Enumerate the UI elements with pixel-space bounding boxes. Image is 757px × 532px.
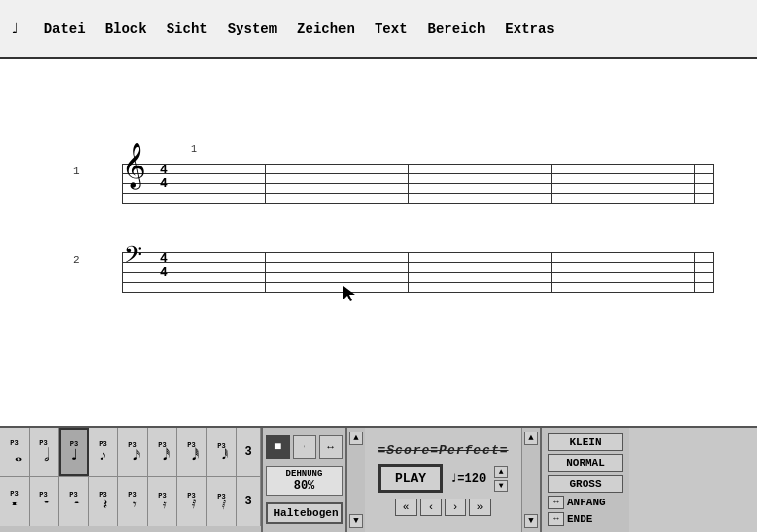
sixtyfourth-note-btn[interactable]: P3 𝅘𝅥𝅱 xyxy=(177,428,207,476)
nav-prev-btn[interactable]: ‹ xyxy=(420,499,442,516)
klein-button[interactable]: KLEIN xyxy=(548,433,623,451)
treble-staff: 1 1 𝄞 4 4 xyxy=(73,154,714,213)
onetwentyeighth-rest-btn[interactable]: P3 𝅁 xyxy=(207,477,237,526)
bass-clef: 𝄢 xyxy=(124,246,142,274)
rest-palette-bottom: P3 𝄺 P3 𝄻 P3 𝄼 P3 𝄽 P3 𝄾 xyxy=(0,477,261,526)
app-logo: ♩ xyxy=(10,19,20,38)
eighth-rest-btn[interactable]: P3 𝄽 xyxy=(89,477,118,526)
menubar: ♩ Datei Block Sicht System Zeichen Text … xyxy=(0,0,757,59)
menu-datei[interactable]: Datei xyxy=(44,21,86,36)
ende-row: ↔ ENDE xyxy=(548,512,623,526)
time-signature-bass: 4 4 xyxy=(160,252,168,281)
ende-left-btn[interactable]: ↔ xyxy=(548,512,564,526)
tempo-arrows: ▲ ▼ xyxy=(494,466,508,492)
scroll-right-down-btn[interactable]: ▼ xyxy=(524,514,538,528)
scroll-col: ▲ ▼ xyxy=(347,428,365,532)
playback-section: =Score=Perfect= PLAY ♩=120 ▲ ▼ « ‹ › » xyxy=(365,428,522,532)
double-arrow-btn[interactable]: ↔ xyxy=(319,435,343,459)
triplet-bottom-btn[interactable]: 3 xyxy=(237,477,261,526)
staff-system: 1 1 𝄞 4 4 xyxy=(43,154,714,331)
row-number-2: 2 xyxy=(73,254,80,266)
note-palette-top: P3 𝅝 P3 𝅗𝅥 P3 ♩ P3 ♪ P3 𝅘𝅥𝅯 xyxy=(0,428,261,477)
bass-staff: 2 𝄢 4 4 xyxy=(73,242,714,301)
menu-zeichen[interactable]: Zeichen xyxy=(297,21,355,36)
trill-btn[interactable]: 𝇄 xyxy=(293,435,316,459)
symbol-controls: ■ 𝇄 ↔ DEHNUNG 80% Haltebogen xyxy=(263,428,347,532)
menu-sicht[interactable]: Sicht xyxy=(167,21,208,36)
row-number-1: 1 xyxy=(73,166,80,177)
haltebogen-button[interactable]: Haltebogen xyxy=(266,502,343,524)
menu-bereich[interactable]: Bereich xyxy=(428,21,486,36)
anfang-row: ↔ ANFANG xyxy=(548,496,623,509)
scroll-right-up-btn[interactable]: ▲ xyxy=(524,432,538,445)
anfang-label: ANFANG xyxy=(567,497,606,508)
tempo-down-btn[interactable]: ▼ xyxy=(494,480,508,492)
menu-text[interactable]: Text xyxy=(375,21,408,36)
quarter-note-btn[interactable]: P3 ♩ xyxy=(59,428,89,476)
sixteenth-rest-btn[interactable]: P3 𝄾 xyxy=(118,477,148,526)
measure-number: 1 xyxy=(191,144,197,155)
tempo-display: ♩=120 xyxy=(450,471,486,486)
treble-staff-lines xyxy=(122,164,714,203)
nav-row: « ‹ › » xyxy=(395,499,491,516)
triplet-top-btn[interactable]: 3 xyxy=(237,428,261,476)
menu-system[interactable]: System xyxy=(228,21,277,36)
gross-button[interactable]: GROSS xyxy=(548,475,623,493)
whole-note-btn[interactable]: P3 𝅝 xyxy=(0,428,30,476)
score-area: 1 1 𝄞 4 4 xyxy=(0,59,757,426)
ende-label: ENDE xyxy=(567,513,592,525)
symbol-row-1: ■ 𝇄 ↔ xyxy=(266,435,343,459)
normal-button[interactable]: NORMAL xyxy=(548,454,623,472)
half-note-btn[interactable]: P3 𝅗𝅥 xyxy=(30,428,59,476)
dehnung-value: 80% xyxy=(273,479,336,493)
score-perfect-label: =Score=Perfect= xyxy=(378,443,508,458)
quarter-rest-btn[interactable]: P3 𝄼 xyxy=(59,477,89,526)
nav-first-btn[interactable]: « xyxy=(395,499,417,516)
bass-staff-lines xyxy=(122,252,714,292)
half-rest-btn[interactable]: P3 𝄻 xyxy=(30,477,59,526)
play-row: PLAY ♩=120 ▲ ▼ xyxy=(378,464,508,493)
sixtyfourth-rest-btn[interactable]: P3 𝅀 xyxy=(177,477,207,526)
thirtysecond-note-btn[interactable]: P3 𝅘𝅥𝅰 xyxy=(148,428,177,476)
note-palette: P3 𝅝 P3 𝅗𝅥 P3 ♩ P3 ♪ P3 𝅘𝅥𝅯 xyxy=(0,428,263,532)
thirtysecond-rest-btn[interactable]: P3 𝄿 xyxy=(148,477,177,526)
eighth-note-btn[interactable]: P3 ♪ xyxy=(89,428,118,476)
toolbar: P3 𝅝 P3 𝅗𝅥 P3 ♩ P3 ♪ P3 𝅘𝅥𝅯 xyxy=(0,426,757,532)
menu-block[interactable]: Block xyxy=(105,21,147,36)
nav-last-btn[interactable]: » xyxy=(469,499,491,516)
scroll-col-right: ▲ ▼ xyxy=(522,428,540,532)
filled-btn[interactable]: ■ xyxy=(266,435,290,459)
time-signature-treble: 4 4 xyxy=(160,164,168,192)
nav-next-btn[interactable]: › xyxy=(445,499,466,516)
dehnung-display: DEHNUNG 80% xyxy=(266,466,343,496)
whole-rest-btn[interactable]: P3 𝄺 xyxy=(0,477,30,526)
scroll-up-btn[interactable]: ▲ xyxy=(349,432,363,445)
menu-extras[interactable]: Extras xyxy=(505,21,554,36)
size-nav-section: KLEIN NORMAL GROSS ↔ ANFANG ↔ ENDE xyxy=(540,428,629,532)
scroll-down-btn[interactable]: ▼ xyxy=(349,514,363,528)
tempo-up-btn[interactable]: ▲ xyxy=(494,466,508,478)
treble-clef: 𝄞 xyxy=(122,149,146,188)
sixteenth-note-btn[interactable]: P3 𝅘𝅥𝅯 xyxy=(118,428,148,476)
anfang-left-btn[interactable]: ↔ xyxy=(548,496,564,509)
dehnung-label: DEHNUNG xyxy=(273,469,336,479)
onetwentyeighth-note-btn[interactable]: P3 𝅘𝅥𝅲 xyxy=(207,428,237,476)
play-button[interactable]: PLAY xyxy=(378,464,443,493)
